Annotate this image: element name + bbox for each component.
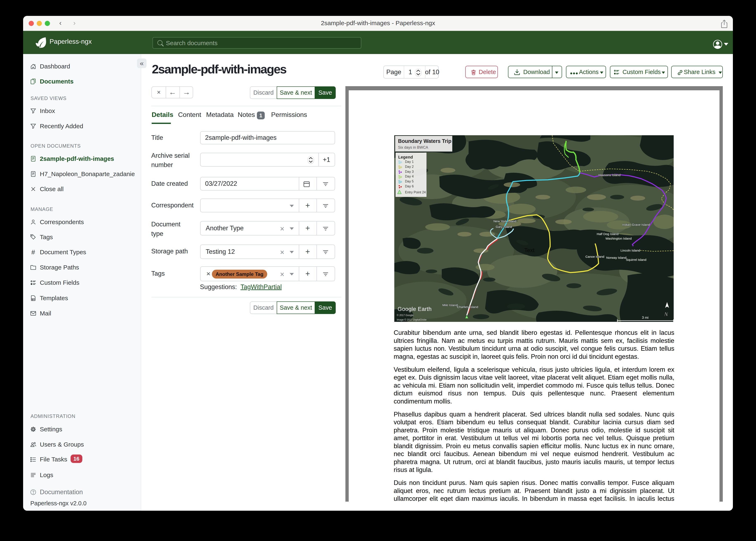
svg-text:Day 2: Day 2: [405, 165, 414, 169]
svg-text:Legend: Legend: [398, 155, 413, 159]
svg-text:Image © 2017 DigitalGlobe: Image © 2017 DigitalGlobe: [397, 318, 427, 321]
svg-text:Hausons Island: Hausons Island: [599, 173, 621, 177]
svg-text:Lincoln Island: Lincoln Island: [621, 249, 640, 252]
svg-text:New York Island: New York Island: [493, 220, 516, 223]
svg-text:Day 5: Day 5: [405, 180, 414, 183]
svg-text:Day 3: Day 3: [405, 170, 414, 173]
svg-text:Charlies Island: Charlies Island: [457, 305, 478, 308]
svg-text:© 2017 Google: © 2017 Google: [397, 314, 413, 317]
svg-text:3 mi: 3 mi: [642, 316, 649, 319]
svg-text:Indian Grave Island: Indian Grave Island: [622, 223, 650, 227]
svg-text:Boundary Waters Trip: Boundary Waters Trip: [398, 138, 451, 144]
svg-text:Day 1: Day 1: [405, 160, 414, 164]
svg-text:Six days in BWCA: Six days in BWCA: [398, 145, 428, 150]
svg-text:N: N: [664, 311, 668, 317]
svg-text:Canoe Island: Canoe Island: [585, 255, 604, 258]
svg-text:Mile Island: Mile Island: [442, 303, 458, 307]
svg-text:Gary Island: Gary Island: [496, 225, 512, 229]
svg-text:Squirrel Island: Squirrel Island: [626, 258, 646, 262]
svg-text:Norway Island: Norway Island: [606, 256, 626, 260]
svg-text:Half Dog Island: Half Dog Island: [597, 232, 619, 236]
svg-text:Google Earth: Google Earth: [398, 306, 432, 312]
svg-text:Text: Text: [524, 247, 535, 254]
svg-text:Entry Point 24: Entry Point 24: [405, 191, 426, 194]
svg-text:Washington Island: Washington Island: [606, 237, 632, 240]
svg-text:Day 6: Day 6: [405, 185, 414, 188]
svg-text:Day 4: Day 4: [405, 175, 414, 178]
